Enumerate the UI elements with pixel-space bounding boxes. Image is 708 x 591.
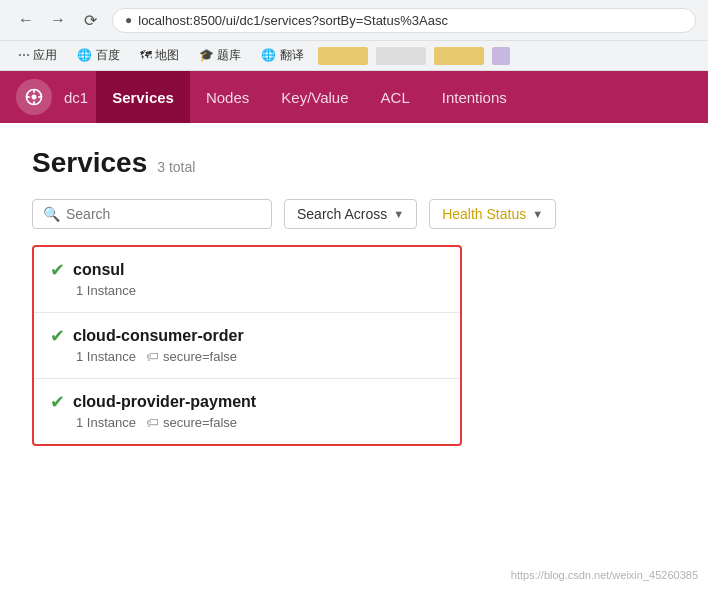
search-across-label: Search Across — [297, 206, 387, 222]
tag-item: 🏷 secure=false — [146, 349, 237, 364]
service-name-row-2: ✔ cloud-consumer-order — [50, 327, 444, 345]
service-meta-3: 1 Instance 🏷 secure=false — [50, 415, 444, 430]
bookmark-baidu[interactable]: 🌐 百度 — [71, 45, 125, 66]
service-name-3: cloud-provider-payment — [73, 393, 256, 411]
svg-point-1 — [32, 95, 37, 100]
browser-toolbar: ← → ⟳ ● localhost:8500/ui/dc1/services?s… — [0, 0, 708, 40]
nav-items: Services Nodes Key/Value ACL Intentions — [96, 71, 523, 123]
chevron-down-icon: ▼ — [393, 208, 404, 220]
total-count: 3 total — [157, 159, 195, 175]
bookmark-fanyi[interactable]: 🌐 翻译 — [255, 45, 309, 66]
bookmark-thumbnail3[interactable] — [434, 47, 484, 65]
nav-keyvalue[interactable]: Key/Value — [265, 71, 364, 123]
instance-count: 1 Instance — [76, 283, 136, 298]
page-header: Services 3 total — [32, 147, 676, 179]
service-item-cloud-provider[interactable]: ✔ cloud-provider-payment 1 Instance 🏷 se… — [34, 379, 460, 444]
service-name: consul — [73, 261, 125, 279]
search-input[interactable] — [66, 206, 261, 222]
service-name-2: cloud-consumer-order — [73, 327, 244, 345]
search-box[interactable]: 🔍 — [32, 199, 272, 229]
filter-bar: 🔍 Search Across ▼ Health Status ▼ — [32, 199, 676, 229]
datacenter-label: dc1 — [64, 89, 88, 106]
search-across-dropdown[interactable]: Search Across ▼ — [284, 199, 417, 229]
search-icon: 🔍 — [43, 206, 60, 222]
consul-logo — [16, 79, 52, 115]
tag-value: secure=false — [163, 349, 237, 364]
back-button[interactable]: ← — [12, 6, 40, 34]
main-content: Services 3 total 🔍 Search Across ▼ Healt… — [0, 123, 708, 523]
page-title: Services — [32, 147, 147, 179]
service-item-consul[interactable]: ✔ consul 1 Instance — [34, 247, 460, 313]
service-meta-2: 1 Instance 🏷 secure=false — [50, 349, 444, 364]
bookmark-thumbnail2[interactable] — [376, 47, 426, 65]
lock-icon: ● — [125, 13, 132, 27]
bookmark-thumbnail4[interactable] — [492, 47, 510, 65]
health-status-label: Health Status — [442, 206, 526, 222]
service-meta: 1 Instance — [50, 283, 444, 298]
refresh-button[interactable]: ⟳ — [76, 6, 104, 34]
instance-count-2: 1 Instance — [76, 349, 136, 364]
bookmark-tiku[interactable]: 🎓 题库 — [193, 45, 247, 66]
nav-nodes[interactable]: Nodes — [190, 71, 265, 123]
health-status-dropdown[interactable]: Health Status ▼ — [429, 199, 556, 229]
services-list: ✔ consul 1 Instance ✔ cloud-consumer-ord… — [32, 245, 462, 446]
service-name-row-3: ✔ cloud-provider-payment — [50, 393, 444, 411]
health-check-icon: ✔ — [50, 261, 65, 279]
chevron-down-icon-health: ▼ — [532, 208, 543, 220]
forward-button[interactable]: → — [44, 6, 72, 34]
tag-icon-3: 🏷 — [146, 415, 159, 430]
nav-acl[interactable]: ACL — [365, 71, 426, 123]
service-name-row: ✔ consul — [50, 261, 444, 279]
health-check-icon-3: ✔ — [50, 393, 65, 411]
instance-count-3: 1 Instance — [76, 415, 136, 430]
tag-icon: 🏷 — [146, 349, 159, 364]
bookmark-thumbnail1[interactable] — [318, 47, 368, 65]
browser-chrome: ← → ⟳ ● localhost:8500/ui/dc1/services?s… — [0, 0, 708, 71]
nav-intentions[interactable]: Intentions — [426, 71, 523, 123]
service-item-cloud-consumer[interactable]: ✔ cloud-consumer-order 1 Instance 🏷 secu… — [34, 313, 460, 379]
bookmark-apps[interactable]: ⋯ 应用 — [12, 45, 63, 66]
url-text: localhost:8500/ui/dc1/services?sortBy=St… — [138, 13, 448, 28]
health-check-icon-2: ✔ — [50, 327, 65, 345]
bookmark-map[interactable]: 🗺 地图 — [134, 45, 185, 66]
nav-services[interactable]: Services — [96, 71, 190, 123]
bookmarks-bar: ⋯ 应用 🌐 百度 🗺 地图 🎓 题库 🌐 翻译 — [0, 40, 708, 70]
browser-nav-buttons: ← → ⟳ — [12, 6, 104, 34]
address-bar[interactable]: ● localhost:8500/ui/dc1/services?sortBy=… — [112, 8, 696, 33]
tag-value-3: secure=false — [163, 415, 237, 430]
tag-item-3: 🏷 secure=false — [146, 415, 237, 430]
consul-navbar: dc1 Services Nodes Key/Value ACL Intenti… — [0, 71, 708, 123]
